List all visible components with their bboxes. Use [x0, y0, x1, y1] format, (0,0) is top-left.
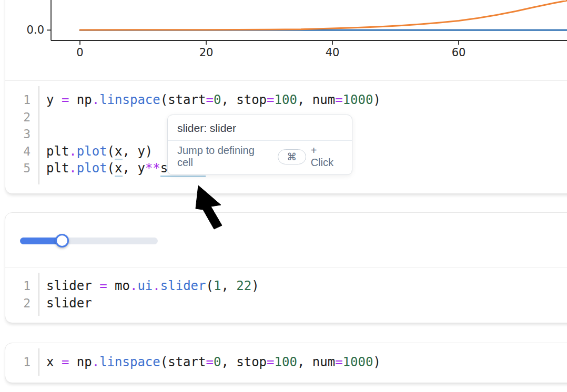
code-token: = — [206, 355, 213, 369]
line-number: 1 — [5, 91, 38, 109]
notebook-cell-x: 1x = np.linspace(start=0, stop=100, num=… — [5, 343, 567, 383]
code-token: 1 — [214, 278, 221, 293]
tooltip-action-text: Jump to defining cell — [177, 145, 273, 169]
code-token: , stop — [221, 92, 267, 107]
line-number: 2 — [5, 109, 38, 126]
code-token: = — [267, 92, 274, 107]
line-number: 1 — [5, 277, 38, 295]
code-token: mo — [107, 278, 130, 293]
line-number: 5 — [5, 160, 38, 177]
code-token: , stop — [221, 355, 267, 369]
code-token: = — [267, 355, 274, 369]
code-token: , y — [123, 161, 145, 176]
code-token: 1000 — [343, 92, 373, 107]
code-line[interactable]: 1y = np.linspace(start=0, stop=100, num=… — [5, 91, 567, 109]
code-token: slider — [46, 296, 92, 311]
code-token: , num — [297, 92, 335, 107]
code-token: ( — [206, 278, 213, 293]
code-token: = — [62, 355, 69, 369]
plot-svg: 0.00204060 — [5, 0, 567, 80]
code-token: ( — [107, 161, 115, 176]
code-token: plot — [77, 144, 107, 159]
code-token: 100 — [275, 92, 297, 107]
gutter-divider — [38, 273, 39, 316]
slider-widget[interactable] — [20, 234, 178, 249]
code-token: x — [46, 355, 62, 369]
gutter-divider — [38, 348, 39, 376]
slider-thumb[interactable] — [55, 234, 69, 247]
code-line[interactable]: 2slider — [5, 295, 567, 312]
code-line[interactable]: 1x = np.linspace(start=0, stop=100, num=… — [5, 354, 567, 371]
code-lines: 1x = np.linspace(start=0, stop=100, num=… — [5, 354, 567, 371]
code-token: 22 — [236, 278, 251, 293]
code-token: ui — [137, 278, 153, 293]
code-token: plot — [77, 161, 107, 176]
code-token: ) — [251, 278, 259, 293]
matplotlib-figure-output: 0.00204060 — [5, 0, 567, 81]
code-token: slider — [46, 278, 99, 293]
code-token: plt — [46, 161, 69, 176]
code-token: linspace — [99, 355, 160, 369]
code-token: ) — [373, 92, 380, 107]
line-number: 2 — [5, 295, 38, 312]
code-token: 1000 — [343, 355, 373, 369]
line-number: 3 — [5, 126, 38, 143]
line-number: 4 — [5, 143, 38, 160]
code-token: = — [335, 355, 342, 369]
gutter-divider — [38, 86, 39, 184]
code-token: = — [206, 92, 213, 107]
code-editor[interactable]: 1slider = mo.ui.slider(1, 22)2slider — [5, 267, 567, 322]
code-token: , — [221, 278, 236, 293]
variable-hover-tooltip: slider: slider Jump to defining cell ⌘ +… — [167, 115, 352, 175]
line-number: 1 — [5, 354, 38, 371]
notebook-cell-slider: 1slider = mo.ui.slider(1, 22)2slider — [5, 212, 567, 323]
slider-output — [5, 213, 567, 267]
svg-text:20: 20 — [199, 46, 214, 59]
svg-text:0.0: 0.0 — [27, 24, 44, 36]
code-token: = — [99, 278, 107, 293]
code-token: ** — [145, 161, 160, 176]
code-token: (start — [160, 355, 206, 369]
code-token: . — [69, 144, 76, 159]
code-token: , y) — [123, 144, 153, 159]
code-token: ) — [373, 355, 380, 369]
code-token: . — [92, 355, 99, 369]
variable-reference: x — [115, 161, 122, 177]
code-token: slider — [160, 278, 206, 293]
code-token: = — [62, 92, 69, 107]
svg-text:40: 40 — [326, 46, 340, 59]
code-token: 100 — [275, 355, 297, 369]
command-key-badge: ⌘ — [278, 149, 306, 164]
code-token: plt — [46, 144, 69, 159]
code-token: . — [153, 278, 160, 293]
code-token: y — [46, 92, 62, 107]
code-editor[interactable]: 1x = np.linspace(start=0, stop=100, num=… — [5, 343, 567, 382]
tooltip-click-text: + Click — [311, 145, 342, 169]
code-lines: 1slider = mo.ui.slider(1, 22)2slider — [5, 277, 567, 312]
svg-text:60: 60 — [452, 46, 466, 59]
code-token: ( — [107, 144, 115, 159]
code-token: 0 — [214, 355, 221, 369]
tooltip-title: slider: slider — [168, 115, 352, 140]
code-token: np — [69, 355, 92, 369]
code-token: 0 — [214, 92, 221, 107]
code-token: . — [130, 278, 137, 293]
code-token: linspace — [99, 92, 160, 107]
code-token: (start — [160, 92, 206, 107]
svg-text:0: 0 — [76, 46, 83, 59]
code-token: . — [92, 92, 99, 107]
code-token: , num — [297, 355, 335, 369]
code-token: = — [335, 92, 342, 107]
code-token: np — [69, 92, 92, 107]
variable-reference: x — [115, 144, 122, 160]
code-token: . — [69, 161, 76, 176]
code-line[interactable]: 1slider = mo.ui.slider(1, 22) — [5, 277, 567, 295]
